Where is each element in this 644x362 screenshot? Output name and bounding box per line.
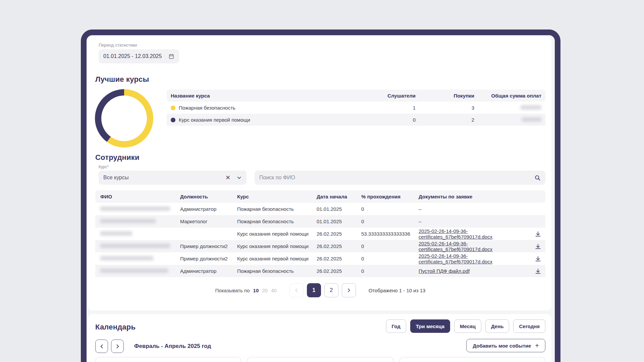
view-button-inactive[interactable]: Сегодня xyxy=(513,319,545,333)
period-date-range-input[interactable]: 01.01.2025 - 12.03.2025 xyxy=(99,49,179,63)
purchases-cell: 2 xyxy=(416,117,474,123)
document-link[interactable]: 2025-02-26-14-09-36-certificates_67bef67… xyxy=(419,228,492,240)
clear-filter-icon[interactable]: ✕ xyxy=(225,174,230,181)
view-button-inactive[interactable]: Месяц xyxy=(454,319,481,333)
view-button-inactive[interactable]: Год xyxy=(386,319,406,333)
next-period-button[interactable] xyxy=(111,340,124,353)
col-documents: Документы по заявке xyxy=(419,194,532,199)
start-date-cell: 01.01.2025 xyxy=(317,219,361,224)
period-label: Период статистики xyxy=(99,43,137,48)
course-row: Пожарная безопасность13 xyxy=(167,102,545,114)
redacted-text xyxy=(100,219,156,223)
calendar-month-cards xyxy=(95,357,545,362)
search-icon[interactable] xyxy=(534,175,541,181)
view-button-inactive[interactable]: День xyxy=(485,319,509,333)
calendar-title: Календарь xyxy=(95,323,136,331)
page-content: Период статистики 01.01.2025 - 12.03.202… xyxy=(87,35,555,362)
calendar-range-label: Февраль - Апрель 2025 год xyxy=(134,343,211,350)
search-input[interactable] xyxy=(259,175,534,181)
calendar-card: Календарь ГодТри месяцаМесяцДеньСегодня … xyxy=(88,314,551,362)
document-cell: 2025-02-26-14-09-36-certificates_67bef67… xyxy=(419,241,532,252)
best-courses-title: Лучшие курсы xyxy=(95,75,149,84)
col-fio: ФИО xyxy=(100,194,180,199)
fio-cell xyxy=(100,256,180,261)
download-icon[interactable] xyxy=(532,265,544,277)
page-size-option[interactable]: 40 xyxy=(271,288,277,293)
start-date-cell: 26.02.2025 xyxy=(317,243,361,249)
position-cell: Пример должности2 xyxy=(180,243,237,249)
course-cell: Курс оказания первой помощи xyxy=(237,231,317,237)
pagination-info: Отображено 1 - 10 из 13 xyxy=(369,288,426,293)
course-cell: Пожарная безопасность xyxy=(237,268,317,274)
add-event-button[interactable]: Добавить мое событие + xyxy=(466,339,545,352)
prev-period-button[interactable] xyxy=(95,340,108,353)
month-card xyxy=(399,357,545,362)
percent-cell: 0 xyxy=(361,243,419,249)
position-cell: Администратор xyxy=(180,206,237,212)
course-filter-select[interactable]: Все курсы ✕ xyxy=(99,171,247,185)
prev-page-button[interactable] xyxy=(289,283,304,297)
page-button[interactable]: 2 xyxy=(324,283,338,297)
employees-table: ФИО Должность Курс Дата начала % прохожд… xyxy=(95,190,545,277)
search-field xyxy=(255,171,545,185)
employee-row: Пример должности2Курс оказания первой по… xyxy=(95,252,545,265)
period-value: 01.01.2025 - 12.03.2025 xyxy=(103,53,168,59)
col-percent: % прохождения xyxy=(361,194,419,199)
page-buttons: 12 xyxy=(307,283,338,297)
employee-row: Пример должности2Курс оказания первой по… xyxy=(95,240,545,252)
page-size-selector: Показывать по 102040 xyxy=(215,288,277,293)
calendar-nav: Февраль - Апрель 2025 год xyxy=(95,340,211,353)
col-start-date: Дата начала xyxy=(317,194,361,199)
document-link[interactable]: 2025-02-26-14-09-36-certificates_67bef67… xyxy=(419,253,492,264)
page-size-options: 102040 xyxy=(253,288,277,293)
employee-row: АдминистраторПожарная безопасность01.01.… xyxy=(95,203,545,215)
percent-cell: 0 xyxy=(361,219,419,224)
document-cell: – xyxy=(419,219,532,224)
page-size-option[interactable]: 10 xyxy=(253,288,259,293)
legend-dot-icon xyxy=(171,106,175,110)
document-cell: – xyxy=(419,206,532,212)
redacted-text xyxy=(521,105,541,110)
best-courses-table: Название курса Слушатели Покупки Общая с… xyxy=(167,89,545,126)
redacted-text xyxy=(100,256,153,260)
employee-row: АдминистраторПожарная безопасность26.02.… xyxy=(95,265,545,277)
dashboard-root: { "period": { "label": "Период статистик… xyxy=(0,0,644,362)
view-button-active[interactable]: Три месяца xyxy=(410,319,450,333)
employees-table-header: ФИО Должность Курс Дата начала % прохожд… xyxy=(95,190,545,203)
redacted-text xyxy=(100,231,132,236)
total-cell xyxy=(474,105,541,111)
employees-table-body: АдминистраторПожарная безопасность01.01.… xyxy=(95,203,545,277)
col-course: Курс xyxy=(237,194,317,199)
course-name-cell: Пожарная безопасность xyxy=(171,105,369,111)
pagination: Показывать по 102040 12 Отображено 1 - 1… xyxy=(88,283,553,298)
start-date-cell: 01.01.2025 xyxy=(317,206,361,212)
download-icon[interactable] xyxy=(532,240,544,252)
courses-table-header: Название курса Слушатели Покупки Общая с… xyxy=(167,89,545,102)
download-icon[interactable] xyxy=(532,253,544,265)
col-purchases: Покупки xyxy=(416,93,474,99)
document-link[interactable]: Пустой ПДФ файл.pdf xyxy=(419,268,470,274)
percent-cell: 0 xyxy=(361,206,419,212)
fio-cell xyxy=(100,243,180,249)
course-filter-value: Все курсы xyxy=(103,175,225,181)
redacted-text xyxy=(100,244,170,248)
purchases-cell: 3 xyxy=(416,105,474,111)
course-filter-label: Курс* xyxy=(99,165,109,169)
employees-title: Сотрудники xyxy=(95,153,140,162)
listeners-cell: 1 xyxy=(369,105,416,111)
best-courses-donut-chart xyxy=(95,89,153,147)
fio-cell xyxy=(100,206,180,212)
page-button[interactable]: 1 xyxy=(307,283,321,297)
document-cell: 2025-02-26-14-09-36-certificates_67bef67… xyxy=(419,253,532,264)
percent-cell: 0 xyxy=(361,268,419,274)
download-icon[interactable] xyxy=(532,228,544,240)
page-size-option[interactable]: 20 xyxy=(262,288,268,293)
document-link[interactable]: 2025-02-26-14-09-36-certificates_67bef67… xyxy=(419,241,492,252)
download-cell xyxy=(532,240,545,252)
course-name-cell: Курс оказания первой помощи xyxy=(171,117,369,123)
show-by-label: Показывать по xyxy=(215,288,250,293)
next-page-button[interactable] xyxy=(342,283,356,297)
position-cell: Администратор xyxy=(180,268,237,274)
chevron-down-icon[interactable] xyxy=(236,175,242,180)
course-cell: Курс оказания первой помощи xyxy=(237,256,317,261)
